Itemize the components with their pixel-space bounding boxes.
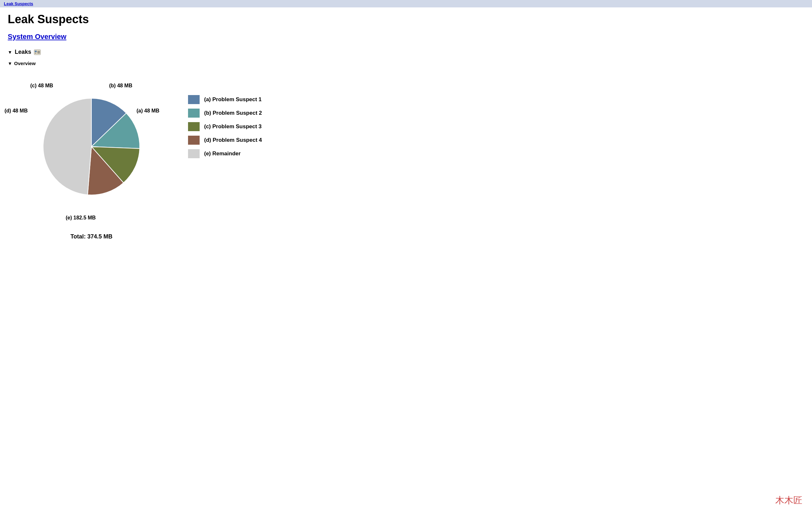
pie-chart [40, 95, 143, 198]
legend-text-0: (a) Problem Suspect 1 [204, 96, 262, 103]
legend-item: (d) Problem Suspect 4 [188, 136, 262, 145]
leaks-collapse-icon[interactable]: ▼ [8, 50, 12, 55]
pie-total-label: Total: 374.5 MB [70, 233, 113, 240]
breadcrumb-bar: Leak Suspects [0, 0, 812, 7]
pie-slice-e [43, 98, 91, 195]
chart-area: (b) 48 MB (a) 48 MB (c) 48 MB (d) 48 MB … [14, 76, 804, 243]
pie-label-c: (c) 48 MB [30, 83, 53, 89]
svg-rect-1 [35, 51, 37, 52]
pie-label-a: (a) 48 MB [137, 108, 160, 114]
pie-label-d: (d) 48 MB [4, 108, 28, 114]
legend-swatch-0 [188, 95, 200, 104]
leaks-section-header: ▼ Leaks [8, 49, 804, 55]
legend-swatch-1 [188, 109, 200, 117]
pie-label-b: (b) 48 MB [109, 83, 132, 89]
legend-swatch-2 [188, 122, 200, 131]
overview-label: Overview [14, 60, 36, 66]
overview-collapse-icon[interactable]: ▼ [8, 61, 12, 66]
legend-item: (a) Problem Suspect 1 [188, 95, 262, 104]
legend-text-2: (c) Problem Suspect 3 [204, 124, 262, 130]
breadcrumb-link[interactable]: Leak Suspects [4, 1, 33, 6]
system-overview-link[interactable]: System Overview [8, 32, 66, 41]
legend-text-4: (e) Remainder [204, 151, 240, 157]
pie-chart-container: (b) 48 MB (a) 48 MB (c) 48 MB (d) 48 MB … [14, 76, 169, 243]
overview-subsection-header: ▼ Overview [8, 60, 804, 66]
leaks-section-label: Leaks [15, 49, 31, 55]
export-icon[interactable] [34, 49, 41, 55]
legend-item: (c) Problem Suspect 3 [188, 122, 262, 131]
legend-text-1: (b) Problem Suspect 2 [204, 110, 262, 116]
page-title: Leak Suspects [8, 12, 804, 26]
legend-text-3: (d) Problem Suspect 4 [204, 137, 262, 143]
legend-swatch-3 [188, 136, 200, 145]
legend-item: (b) Problem Suspect 2 [188, 109, 262, 117]
legend-item: (e) Remainder [188, 149, 262, 158]
legend-swatch-4 [188, 149, 200, 158]
pie-label-e: (e) 182.5 MB [66, 215, 96, 221]
legend: (a) Problem Suspect 1(b) Problem Suspect… [188, 95, 262, 163]
